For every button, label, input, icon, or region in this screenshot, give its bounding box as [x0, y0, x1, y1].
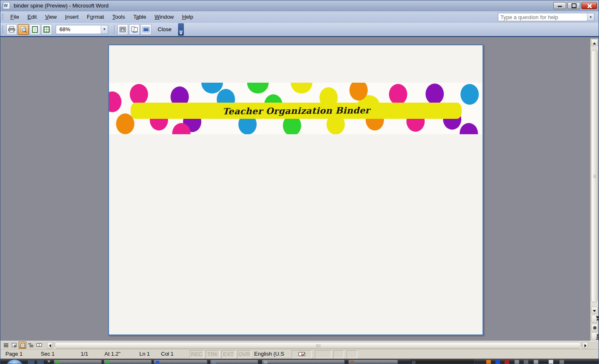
print-button[interactable] — [6, 24, 17, 35]
menu-insert[interactable]: Insert — [61, 11, 83, 23]
scroll-left-button[interactable] — [47, 342, 53, 349]
status-language[interactable]: English (U.S — [254, 349, 284, 359]
select-browse-object-button[interactable] — [591, 324, 598, 332]
polka-dot — [130, 84, 148, 105]
outline-view-button[interactable] — [27, 342, 35, 349]
horizontal-scroll-row — [0, 341, 599, 349]
menubar-grip[interactable] — [2, 14, 3, 20]
help-search-input[interactable] — [498, 13, 587, 21]
menu-view[interactable]: View — [41, 11, 61, 23]
menu-format[interactable]: Format — [83, 11, 108, 23]
titlebar[interactable]: W binder spine (Preview) - Microsoft Wor… — [0, 0, 599, 11]
reading-layout-view-button[interactable] — [35, 342, 43, 349]
close-preview-button[interactable]: Close — [153, 25, 176, 34]
vertical-scrollbar[interactable] — [590, 39, 598, 341]
status-at: At 1.2" — [104, 349, 121, 359]
taskbar-button[interactable] — [153, 359, 208, 364]
window-controls — [553, 2, 597, 9]
thumb-grip — [593, 175, 596, 178]
taskbar-button[interactable] — [210, 359, 258, 364]
chevron-down-icon — [179, 32, 183, 34]
web-layout-view-button[interactable] — [10, 342, 18, 349]
taskbar-button[interactable] — [348, 359, 398, 364]
horizontal-scroll-track[interactable] — [54, 342, 581, 349]
full-screen-button[interactable] — [141, 24, 151, 35]
taskbar-app-icon — [264, 361, 267, 364]
zoom-combobox[interactable]: 68% ▼ — [56, 25, 108, 34]
menu-window[interactable]: Window — [151, 11, 178, 23]
tray-icon[interactable] — [524, 360, 528, 364]
view-ruler-button[interactable] — [117, 24, 128, 35]
toggle-rec[interactable]: REC — [190, 350, 204, 358]
menu-help[interactable]: Help — [178, 11, 198, 23]
print-layout-icon — [20, 343, 25, 348]
quick-launch-icon[interactable] — [37, 360, 44, 364]
tray-icon[interactable] — [505, 360, 509, 364]
normal-view-button[interactable] — [2, 342, 10, 349]
tray-icon[interactable] — [549, 360, 553, 364]
chevron-down-icon[interactable]: ▼ — [587, 13, 594, 21]
taskbar-app-icon — [106, 361, 109, 364]
arrow-up-icon — [593, 42, 596, 44]
vertical-scroll-thumb[interactable] — [591, 50, 598, 303]
statusbar: Page 1 Sec 1 1/1 At 1.2" Ln 1 Col 1 REC … — [0, 349, 599, 359]
toolbar-grip[interactable] — [2, 26, 3, 33]
toggle-ovr[interactable]: OVR — [237, 350, 251, 358]
banner: Teacher Organization Binder — [131, 103, 462, 119]
tray-icon[interactable] — [534, 360, 538, 364]
tray-icon[interactable] — [495, 360, 500, 364]
spelling-status-cell[interactable] — [292, 350, 312, 358]
previous-page-button[interactable] — [591, 315, 598, 323]
zoom-value: 68% — [56, 25, 101, 34]
taskbar-app-icon — [156, 361, 159, 364]
polka-dot — [247, 83, 269, 93]
polka-band: Teacher Organization Binder — [109, 83, 483, 134]
taskbar-button[interactable] — [54, 359, 102, 364]
magnifier-button[interactable] — [18, 24, 29, 35]
restore-button[interactable] — [567, 2, 580, 9]
menu-items: File Edit View Insert Format Tools Table… — [6, 11, 198, 23]
start-button[interactable] — [5, 359, 24, 364]
menu-table[interactable]: Table — [129, 11, 150, 23]
zoom-dropdown-arrow[interactable]: ▼ — [101, 25, 108, 34]
taskbar-button-active[interactable] — [410, 359, 475, 364]
menu-edit[interactable]: Edit — [23, 11, 41, 23]
menu-file[interactable]: File — [6, 11, 23, 23]
status-page: Page 1 — [5, 349, 22, 359]
toggle-trk[interactable]: TRK — [205, 350, 220, 358]
full-screen-icon — [142, 26, 150, 33]
menu-tools[interactable]: Tools — [108, 11, 129, 23]
status-empty-cell — [347, 350, 357, 358]
polka-dot — [109, 91, 121, 112]
minimize-button[interactable] — [553, 2, 566, 9]
polka-dot — [291, 83, 312, 93]
taskbar-button[interactable] — [262, 359, 345, 364]
one-page-button[interactable] — [30, 24, 40, 35]
tray-icon[interactable] — [515, 360, 519, 364]
shrink-to-fit-button[interactable] — [129, 24, 140, 35]
tray-icon[interactable] — [486, 360, 491, 364]
print-layout-view-button[interactable] — [19, 342, 26, 349]
close-window-button[interactable] — [582, 2, 597, 9]
multiple-pages-button[interactable] — [41, 24, 52, 35]
toggle-ext[interactable]: EXT — [221, 350, 235, 358]
next-page-button[interactable] — [591, 332, 598, 340]
shrink-to-fit-icon — [131, 26, 138, 33]
horizontal-scroll-thumb[interactable] — [54, 342, 581, 349]
toolbar-options-button[interactable] — [178, 23, 184, 36]
quick-launch-icon[interactable] — [28, 360, 35, 364]
taskbar-app-icon — [56, 361, 59, 364]
printer-icon — [8, 26, 15, 33]
taskbar-button[interactable] — [104, 359, 152, 364]
document-page[interactable]: Teacher Organization Binder — [108, 44, 483, 335]
taskbar-app-icon — [412, 361, 416, 364]
taskbar-chevron-icon[interactable]: » — [47, 359, 50, 364]
polka-dot — [460, 84, 479, 105]
scroll-down-button[interactable] — [591, 307, 598, 314]
multiple-pages-icon — [43, 26, 50, 33]
help-search-box[interactable]: ▼ — [498, 13, 594, 21]
outline-view-icon — [28, 343, 33, 347]
scroll-up-button[interactable] — [591, 39, 598, 46]
tray-icon[interactable] — [559, 360, 564, 364]
scroll-right-button[interactable] — [582, 342, 588, 349]
